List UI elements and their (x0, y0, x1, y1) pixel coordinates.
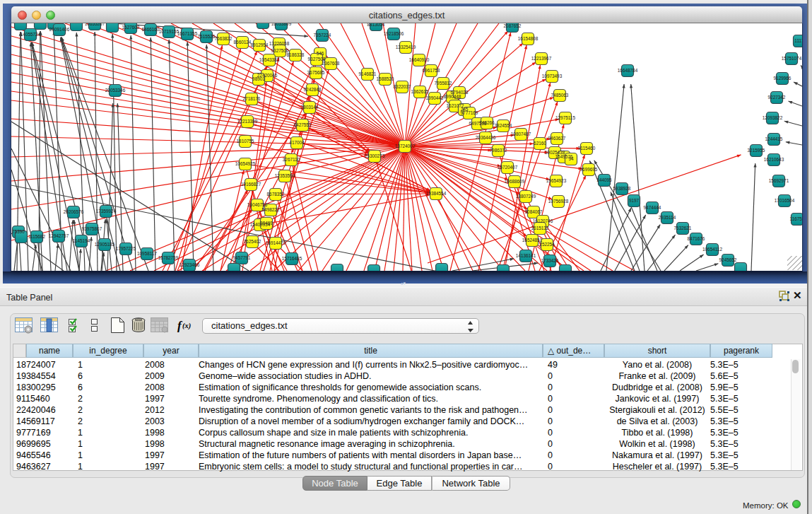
svg-text:16640910: 16640910 (409, 57, 430, 62)
svg-text:16154808: 16154808 (518, 36, 539, 41)
svg-text:1810755: 1810755 (237, 139, 254, 144)
svg-text:6466160: 6466160 (142, 27, 160, 32)
svg-text:12353594: 12353594 (275, 173, 295, 178)
svg-text:9115460: 9115460 (578, 146, 596, 151)
svg-text:12905185: 12905185 (95, 242, 115, 247)
svg-text:10543382: 10543382 (259, 57, 280, 62)
svg-text:12923466: 12923466 (180, 262, 200, 267)
svg-text:20364436: 20364436 (476, 135, 496, 140)
svg-text:20091406: 20091406 (49, 27, 70, 32)
svg-text:9245652: 9245652 (719, 257, 737, 262)
svg-text:10719155: 10719155 (159, 29, 180, 34)
svg-text:17957225: 17957225 (116, 246, 136, 251)
svg-text:13724007: 13724007 (395, 144, 416, 148)
svg-text:2367608: 2367608 (322, 61, 340, 66)
svg-text:17359924: 17359924 (96, 209, 117, 214)
svg-text:25300273: 25300273 (365, 153, 385, 158)
svg-text:16914479: 16914479 (266, 240, 286, 245)
svg-text:1145194: 1145194 (73, 238, 90, 243)
svg-text:3215955: 3215955 (748, 148, 765, 153)
svg-text:1362615: 1362615 (411, 89, 429, 94)
svg-text:9084067: 9084067 (525, 209, 543, 214)
svg-text:252254: 252254 (539, 242, 555, 247)
svg-text:1733426: 1733426 (541, 258, 559, 263)
svg-text:7632621: 7632621 (674, 226, 692, 230)
svg-text:7357224: 7357224 (314, 33, 331, 37)
svg-text:18807249: 18807249 (516, 194, 536, 199)
svg-text:2803144: 2803144 (301, 105, 319, 110)
svg-text:3675685: 3675685 (307, 70, 325, 75)
svg-text:9777169: 9777169 (461, 110, 478, 115)
svg-text:16648784: 16648784 (618, 68, 638, 73)
svg-text:8813054: 8813054 (367, 23, 385, 27)
svg-text:8912954: 8912954 (251, 42, 269, 47)
svg-text:12942757: 12942757 (49, 233, 69, 238)
svg-text:98901: 98901 (252, 76, 265, 81)
svg-text:6794028: 6794028 (451, 90, 469, 95)
svg-text:20053346: 20053346 (105, 88, 126, 93)
svg-text:10655267: 10655267 (85, 23, 105, 26)
svg-text:15720407: 15720407 (498, 165, 518, 170)
svg-text:9197: 9197 (629, 198, 640, 203)
svg-text:8678352: 8678352 (267, 192, 285, 197)
svg-text:2935114: 2935114 (659, 215, 676, 220)
svg-text:7986372: 7986372 (490, 148, 507, 153)
svg-text:16210643: 16210643 (764, 157, 784, 162)
svg-text:7663822: 7663822 (215, 36, 233, 41)
svg-text:8186328: 8186328 (287, 52, 305, 57)
svg-text:1244415: 1244415 (765, 136, 783, 141)
svg-text:13226058: 13226058 (269, 41, 290, 46)
svg-text:9457791: 9457791 (233, 255, 251, 260)
svg-text:1615132: 1615132 (531, 226, 549, 230)
svg-text:7485063: 7485063 (551, 93, 569, 98)
svg-text:746266: 746266 (479, 120, 495, 125)
svg-text:10654925: 10654925 (235, 161, 256, 166)
svg-text:(x): (x) (182, 322, 191, 330)
svg-text:16033809: 16033809 (271, 23, 292, 26)
svg-text:116753: 116753 (790, 216, 802, 221)
svg-text:93975867: 93975867 (82, 226, 102, 231)
svg-text:8990448: 8990448 (444, 94, 461, 99)
svg-text:1117: 1117 (794, 38, 802, 43)
svg-text:7515526: 7515526 (198, 34, 216, 39)
svg-text:15692971: 15692971 (769, 178, 789, 183)
svg-text:15716485: 15716485 (282, 256, 302, 261)
svg-text:8322037: 8322037 (394, 84, 411, 89)
svg-text:62160: 62160 (534, 141, 546, 146)
svg-text:1990443: 1990443 (426, 95, 444, 100)
svg-text:10973493: 10973493 (542, 74, 563, 78)
svg-text:417004: 417004 (289, 140, 305, 145)
svg-text:1115682: 1115682 (28, 234, 45, 239)
svg-text:19654923: 19654923 (546, 178, 567, 183)
svg-text:10807487: 10807487 (511, 132, 531, 136)
svg-text:9699695: 9699695 (580, 167, 598, 172)
svg-text:12975115: 12975115 (555, 115, 575, 120)
svg-text:10654112: 10654112 (702, 247, 722, 252)
svg-text:15751074: 15751074 (782, 56, 802, 61)
svg-text:12213389: 12213389 (237, 119, 258, 124)
svg-text:14136141: 14136141 (516, 253, 536, 258)
svg-text:7625402: 7625402 (244, 239, 261, 244)
svg-text:5498222: 5498222 (262, 207, 280, 212)
svg-text:8660124: 8660124 (234, 40, 252, 45)
svg-text:9463627: 9463627 (548, 136, 566, 141)
svg-text:16671355: 16671355 (177, 31, 198, 36)
svg-text:75390: 75390 (12, 229, 25, 234)
svg-text:19166827: 19166827 (241, 182, 261, 187)
svg-text:8427552: 8427552 (294, 122, 312, 127)
svg-text:10756928: 10756928 (548, 199, 569, 204)
svg-text:546: 546 (317, 51, 324, 56)
svg-text:19384554: 19384554 (426, 191, 447, 196)
svg-text:16046756: 16046756 (247, 202, 268, 207)
svg-text:10688609: 10688609 (505, 179, 525, 184)
svg-text:17016504: 17016504 (775, 198, 795, 203)
svg-text:9227342: 9227342 (768, 95, 786, 100)
svg-text:2718176: 2718176 (243, 96, 261, 101)
svg-text:13325419: 13325419 (396, 45, 416, 49)
svg-text:5938928: 5938928 (613, 186, 631, 191)
svg-text:12213967: 12213967 (531, 56, 552, 61)
svg-text:3267110: 3267110 (283, 157, 300, 162)
svg-text:12093822: 12093822 (763, 115, 783, 120)
svg-text:99469: 99469 (260, 221, 273, 226)
svg-text:94: 94 (568, 156, 574, 161)
